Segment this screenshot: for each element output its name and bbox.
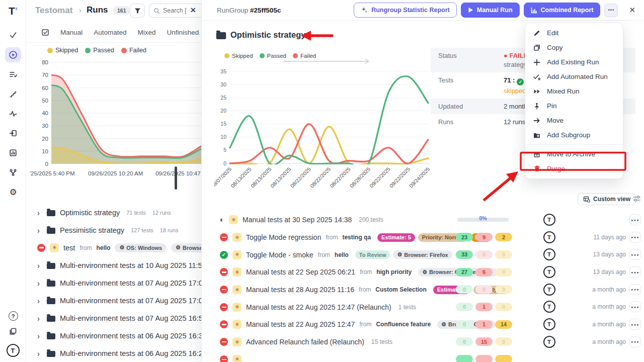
plus-icon bbox=[533, 58, 541, 66]
run-row[interactable]: ✳Manual tests at 22 Aug 2025 12:47 (Rela… bbox=[202, 298, 644, 316]
run-updated-time: a month ago bbox=[592, 286, 626, 293]
from-label: from bbox=[360, 268, 372, 276]
run-row[interactable]: ✳ bbox=[202, 351, 644, 362]
menu-item-mixed-run[interactable]: Mixed Run bbox=[525, 84, 623, 99]
docs-icon[interactable] bbox=[9, 327, 17, 337]
menu-item-copy[interactable]: Copy bbox=[525, 40, 623, 55]
run-row[interactable]: ✓✳Toggle Mode - smokefromhelloTo Review⚙… bbox=[202, 246, 644, 263]
tree-row[interactable]: ›Optimistic strategy71 tests12 runs bbox=[26, 204, 227, 221]
tab-automated[interactable]: Automated bbox=[94, 29, 126, 36]
menu-item-add-automated-run[interactable]: Add Automated Run bbox=[525, 69, 623, 84]
rungroup-panel: RunGroup #25ff505c Rungroup Statistic Re… bbox=[201, 0, 644, 362]
row-menu-button[interactable]: ●●● bbox=[629, 232, 641, 243]
row-menu-button[interactable]: ●●● bbox=[629, 284, 641, 295]
custom-view-button[interactable]: Custom view bbox=[578, 193, 636, 205]
panel-close-icon[interactable]: ✕ bbox=[626, 6, 638, 15]
tab-manual[interactable]: Manual bbox=[60, 29, 83, 36]
app-logo[interactable]: T' bbox=[0, 5, 26, 17]
chevron-right-icon[interactable]: › bbox=[37, 225, 42, 235]
sidebar-item-runs-play-icon[interactable] bbox=[5, 47, 21, 62]
tree-row[interactable]: ✳testfromhello⚙OS: Windows⚙Browser: Chro… bbox=[26, 239, 227, 256]
tab-mixed[interactable]: Mixed bbox=[138, 29, 156, 36]
play-icon bbox=[468, 7, 473, 13]
skipped-count: 2 bbox=[495, 233, 512, 241]
run-updated-time: a month ago bbox=[592, 303, 626, 310]
menu-item-move-to-archive[interactable]: Move to Archive bbox=[525, 147, 623, 161]
column-sliders-icon[interactable] bbox=[633, 195, 641, 204]
close-search-icon[interactable]: ✕ bbox=[190, 6, 196, 14]
row-menu-button[interactable]: ●●● bbox=[629, 214, 641, 225]
bg-legend-passed: Passed bbox=[85, 47, 114, 54]
tree-row[interactable]: ›Pessimistic strategy127 tests18 runs bbox=[26, 221, 227, 239]
panel-title: RunGroup #25ff505c bbox=[217, 7, 281, 14]
breadcrumb-root[interactable]: Testomat bbox=[35, 6, 72, 16]
run-row[interactable]: ✳Manual tests at 22 Aug 2025 12:47fromCo… bbox=[202, 316, 644, 333]
chevron-right-icon[interactable]: › bbox=[37, 296, 42, 306]
status-row-label: Runs bbox=[438, 118, 504, 126]
row-menu-button[interactable]: ●●● bbox=[629, 336, 641, 347]
passed-count: 0 bbox=[456, 303, 473, 311]
status-row-subvalue: skipped bbox=[504, 87, 526, 95]
profile-avatar[interactable]: T' bbox=[7, 344, 20, 357]
run-row[interactable]: ✳Advanced Relaunch failed (Relaunch)15 t… bbox=[202, 333, 644, 351]
sidebar-item-analytics-icon[interactable] bbox=[5, 145, 21, 160]
trash-icon bbox=[533, 165, 541, 172]
failed-count: 1 bbox=[475, 303, 493, 311]
sidebar-item-activity-icon[interactable] bbox=[5, 106, 21, 121]
tree-row[interactable]: ›Multi-environment tests at 06 Aug 2025 … bbox=[26, 344, 227, 362]
search-box[interactable] bbox=[149, 4, 207, 18]
sidebar-item-settings-gear-icon[interactable]: ⚙ bbox=[5, 185, 21, 200]
result-counts: 0114 bbox=[456, 320, 512, 329]
tree-row[interactable]: ›Multi-environment tests at 07 Aug 2025 … bbox=[26, 309, 227, 327]
row-menu-button[interactable]: ●●● bbox=[629, 249, 641, 260]
row-menu-button[interactable]: ●●● bbox=[629, 319, 641, 330]
sidebar-item-checklist-icon[interactable] bbox=[5, 67, 21, 82]
sidebar-item-check-icon[interactable] bbox=[5, 28, 21, 43]
assignee-avatar: T' bbox=[543, 266, 555, 278]
chevron-right-icon[interactable]: › bbox=[37, 260, 42, 270]
menu-item-move[interactable]: Move bbox=[525, 113, 623, 128]
run-title: Toggle Mode - smoke bbox=[246, 251, 313, 259]
run-row[interactable]: ✳Toggle Mode regressionfromtesting qaEst… bbox=[202, 229, 644, 246]
chevron-right-icon[interactable]: › bbox=[37, 313, 42, 323]
chevron-right-icon[interactable]: › bbox=[37, 208, 42, 218]
status-row-label: Status bbox=[438, 52, 504, 68]
chevron-right-icon[interactable]: › bbox=[37, 348, 42, 358]
tree-row[interactable]: ›Multi-environment tests at 07 Aug 2025 … bbox=[26, 274, 227, 292]
chevron-right-icon[interactable]: › bbox=[37, 331, 42, 341]
group-line-chart: 0510152025303508/07/202508/13/202508/13/… bbox=[214, 64, 441, 188]
tree-row[interactable]: ›Multi-environment tests at 10 Aug 2025 … bbox=[26, 256, 227, 274]
run-row[interactable]: ✳Manual tests at 28 Aug 2025 11:16fromCu… bbox=[202, 281, 644, 299]
gear-icon: ⚙ bbox=[422, 269, 427, 276]
menu-item-edit[interactable]: Edit bbox=[525, 26, 623, 40]
combined-report-button[interactable]: Combined Report bbox=[524, 3, 601, 18]
tab-unfinished[interactable]: Unfinished bbox=[167, 29, 199, 36]
sidebar-item-steps-icon[interactable] bbox=[5, 86, 21, 102]
menu-item-add-existing-run[interactable]: Add Existing Run bbox=[525, 55, 623, 69]
row-menu-button[interactable]: ●●● bbox=[629, 266, 641, 278]
env-badge: ⚙Browser: Firefox bbox=[393, 250, 452, 259]
menu-item-add-subgroup[interactable]: Add Subgroup bbox=[525, 128, 623, 142]
manual-run-button[interactable]: Manual Run bbox=[461, 3, 520, 18]
panel-more-button[interactable]: ••• bbox=[604, 4, 618, 17]
help-icon[interactable]: ? bbox=[9, 311, 18, 321]
sidebar-item-branches-icon[interactable] bbox=[5, 165, 21, 180]
from-suite: Confluence feature bbox=[376, 321, 431, 328]
tree-row[interactable]: ›Multi-environment tests at 07 Aug 2025 … bbox=[26, 292, 227, 309]
search-input[interactable] bbox=[163, 7, 203, 14]
list-scrollbar-thumb[interactable] bbox=[175, 166, 177, 190]
menu-item-purge[interactable]: Purge bbox=[525, 161, 623, 176]
environment-badge: ⚙OS: Windows bbox=[115, 243, 167, 252]
rungroup-statistic-report-button[interactable]: Rungroup Statistic Report bbox=[354, 3, 457, 18]
menu-item-pin[interactable]: Pin bbox=[525, 99, 623, 113]
row-menu-button[interactable]: ●●● bbox=[629, 301, 641, 312]
assignee-avatar: T' bbox=[543, 231, 555, 243]
run-row[interactable]: ◐✳Manual tests at 30 Sep 2025 14:38200 t… bbox=[202, 211, 644, 229]
chevron-right-icon[interactable]: › bbox=[37, 278, 42, 288]
failed-status-icon bbox=[220, 286, 228, 294]
run-row[interactable]: ✳Manual tests at 22 Sep 2025 06:21fromhi… bbox=[202, 263, 644, 281]
select-runs-icon[interactable] bbox=[41, 28, 49, 36]
sidebar-item-sign-in-icon[interactable] bbox=[5, 126, 21, 141]
filter-button[interactable] bbox=[130, 4, 145, 18]
tree-row[interactable]: ›Multi-environment tests at 06 Aug 2025 … bbox=[26, 327, 227, 344]
